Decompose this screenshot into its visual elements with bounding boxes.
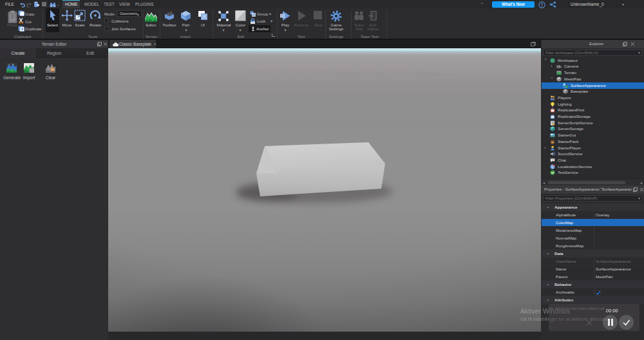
svg-text:?: ? <box>540 3 543 7</box>
